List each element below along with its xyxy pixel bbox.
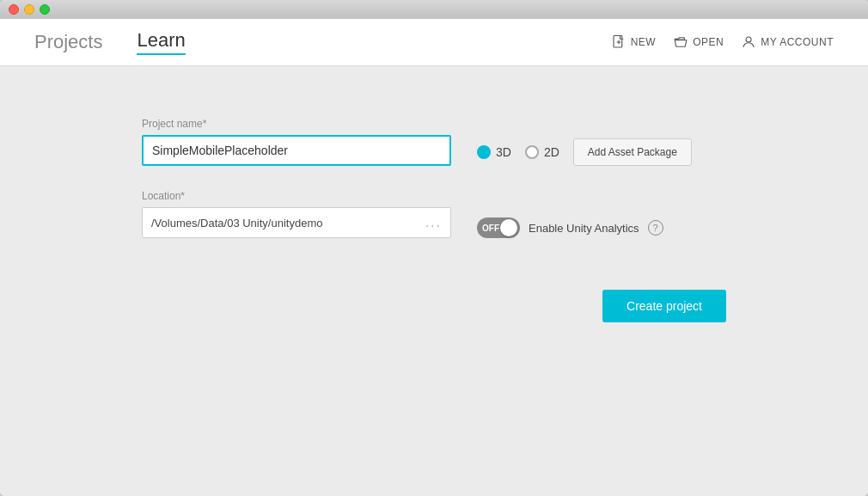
main-content: Project name* 3D 2D Add Asset Package (0, 66, 868, 496)
2d-radio-group[interactable]: 2D (525, 145, 559, 159)
open-icon (673, 34, 688, 50)
analytics-toggle[interactable]: OFF (477, 217, 520, 238)
project-name-input[interactable] (142, 135, 451, 166)
account-button[interactable]: MY ACCOUNT (741, 34, 834, 50)
create-row: Create project (142, 290, 726, 322)
nav-learn[interactable]: Learn (137, 29, 185, 55)
open-button[interactable]: OPEN (673, 34, 724, 50)
account-label: MY ACCOUNT (761, 36, 834, 48)
add-asset-button[interactable]: Add Asset Package (573, 138, 692, 166)
nav-projects[interactable]: Projects (34, 31, 102, 53)
analytics-section: OFF Enable Unity Analytics ? (477, 200, 663, 238)
toggle-knob (500, 219, 517, 236)
analytics-help-icon[interactable]: ? (648, 220, 663, 236)
traffic-lights (9, 4, 50, 15)
header-actions: NEW OPEN MY ACCOUNT (611, 34, 834, 50)
location-browse-icon[interactable]: ... (425, 215, 442, 230)
header: Projects Learn NEW OPEN (0, 19, 868, 66)
new-button[interactable]: NEW (611, 34, 657, 50)
project-name-section: Project name* (142, 118, 451, 166)
account-icon (741, 34, 756, 50)
svg-point-3 (746, 37, 751, 42)
create-project-button[interactable]: Create project (602, 290, 726, 322)
location-section: Location* /Volumes/Data/03 Unity/unityde… (142, 190, 451, 238)
3d-label: 3D (496, 145, 511, 159)
svg-rect-0 (614, 36, 622, 48)
project-name-label: Project name* (142, 118, 451, 130)
2d-label: 2D (544, 145, 559, 159)
analytics-row: OFF Enable Unity Analytics ? (477, 217, 663, 238)
3d-radio-group[interactable]: 3D (477, 145, 511, 159)
window: Projects Learn NEW OPEN (0, 0, 868, 496)
close-button[interactable] (9, 4, 19, 15)
open-label: OPEN (693, 36, 724, 48)
maximize-button[interactable] (40, 4, 50, 15)
2d-radio-dot (525, 145, 539, 159)
toggle-off-label: OFF (482, 224, 499, 233)
3d-radio-dot (477, 145, 491, 159)
location-label: Location* (142, 190, 451, 202)
location-input[interactable]: /Volumes/Data/03 Unity/unitydemo ... (142, 207, 451, 238)
project-options-right: 3D 2D Add Asset Package (477, 121, 692, 166)
location-value: /Volumes/Data/03 Unity/unitydemo (151, 217, 322, 230)
form-container: Project name* 3D 2D Add Asset Package (142, 118, 726, 322)
dimension-asset-row: 3D 2D Add Asset Package (477, 138, 692, 166)
minimize-button[interactable] (24, 4, 34, 15)
new-icon (611, 34, 627, 50)
header-nav: Projects Learn (34, 29, 611, 55)
analytics-label: Enable Unity Analytics (529, 222, 639, 235)
title-bar (0, 0, 868, 19)
new-label: NEW (631, 36, 657, 48)
